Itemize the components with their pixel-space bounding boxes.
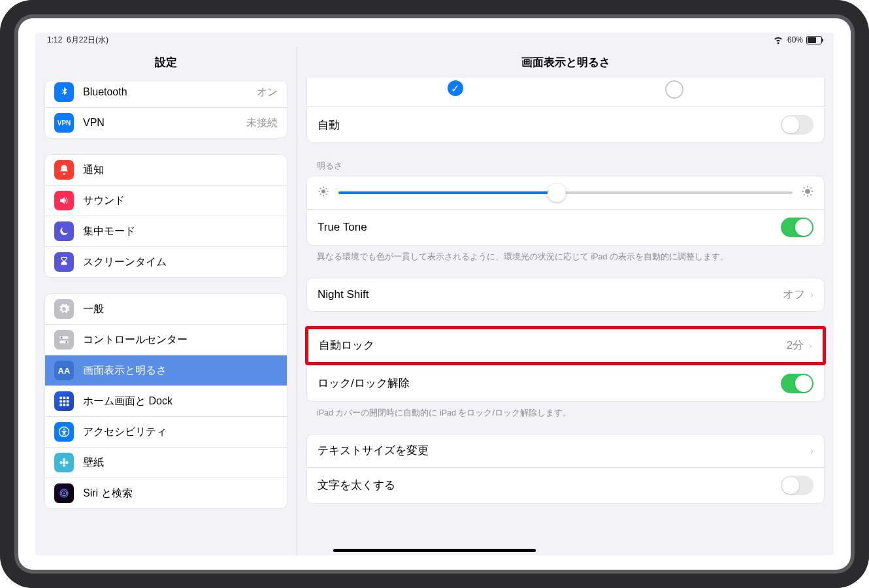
autolock-row[interactable]: 自動ロック 2分 › (308, 329, 823, 362)
svg-point-18 (59, 461, 63, 465)
sidebar-item-sounds[interactable]: サウンド (45, 186, 287, 216)
svg-rect-5 (63, 397, 66, 399)
sun-large-icon (802, 186, 813, 200)
bluetooth-value: オン (257, 86, 278, 99)
gear-icon (54, 299, 74, 319)
vpn-icon: VPN (54, 113, 74, 133)
vpn-value: 未接続 (246, 116, 278, 130)
status-bar: 1:12 6月22日(水) 60% (35, 33, 834, 47)
hourglass-icon (54, 252, 74, 272)
svg-point-3 (65, 341, 67, 343)
brightness-slider[interactable] (338, 191, 793, 194)
chevron-right-icon: › (810, 289, 813, 300)
lockunlock-toggle[interactable] (781, 374, 813, 393)
truetone-toggle[interactable] (781, 218, 813, 237)
textsize-icon: AA (54, 361, 74, 380)
highlight-autolock: 自動ロック 2分 › (305, 326, 826, 365)
status-date: 6月22日(水) (67, 35, 108, 44)
text-block: テキストサイズを変更 › 文字を太くする (306, 434, 825, 504)
boldtext-toggle[interactable] (781, 476, 813, 495)
chevron-right-icon: › (809, 340, 812, 351)
appearance-dark-toggle[interactable] (665, 80, 683, 99)
truetone-footer: 異なる環境でも色が一貫して表示されるように、環境光の状況に応じて iPad の表… (297, 246, 834, 263)
apps-grid-icon (54, 391, 74, 411)
svg-point-17 (63, 464, 66, 467)
svg-rect-6 (67, 397, 69, 399)
sidebar-item-bluetooth[interactable]: Bluetooth (83, 86, 257, 98)
svg-point-2 (61, 336, 63, 338)
sidebar-item-general[interactable]: 一般 (45, 294, 287, 325)
nightshift-block: Night Shift オフ › (306, 278, 825, 312)
boldtext-label: 文字を太くする (318, 478, 781, 493)
sidebar-item-wallpaper[interactable]: 壁紙 (45, 448, 287, 478)
truetone-label: True Tone (318, 221, 781, 234)
svg-point-15 (63, 461, 66, 465)
settings-sidebar: 設定 Bluetooth オン VPN VPN 未接続 通知 サウンド 集中モー… (35, 47, 297, 555)
sidebar-title: 設定 (35, 47, 297, 82)
svg-point-19 (65, 461, 69, 465)
sidebar-item-vpn[interactable]: VPN (83, 117, 246, 129)
home-indicator[interactable] (333, 549, 536, 552)
svg-rect-10 (59, 404, 62, 406)
battery-percentage: 60% (787, 35, 803, 44)
brightness-block: True Tone (306, 176, 825, 246)
accessibility-icon (54, 422, 74, 442)
svg-point-23 (321, 189, 325, 193)
sidebar-item-screentime[interactable]: スクリーンタイム (45, 247, 287, 277)
bluetooth-icon (54, 82, 74, 102)
svg-line-38 (811, 195, 812, 196)
svg-line-30 (320, 194, 321, 195)
speaker-icon (54, 191, 74, 210)
status-time: 1:12 (47, 35, 62, 44)
auto-appearance-toggle[interactable] (781, 115, 813, 135)
svg-point-14 (63, 429, 65, 431)
ipad-frame: 1:12 6月22日(水) 60% 設定 Bluetooth オン VPN VP… (0, 0, 869, 588)
svg-point-32 (805, 189, 810, 194)
svg-rect-7 (59, 400, 62, 403)
appearance-block: ✓ 自動 (306, 78, 825, 143)
textsize-row[interactable]: テキストサイズを変更 › (307, 434, 824, 468)
detail-pane: 画面表示と明るさ ✓ 自動 明るさ True Tone 異なる環境 (297, 47, 834, 555)
svg-line-39 (804, 195, 805, 196)
detail-title: 画面表示と明るさ (297, 47, 834, 78)
moon-icon (54, 221, 74, 241)
chevron-right-icon: › (810, 446, 813, 456)
sidebar-item-homescreen[interactable]: ホーム画面と Dock (45, 386, 287, 417)
nightshift-row[interactable]: Night Shift オフ › (307, 278, 824, 311)
flower-icon (54, 453, 74, 472)
lockunlock-block: ロック/ロック解除 (306, 365, 825, 402)
toggles-icon (54, 330, 74, 350)
svg-rect-11 (63, 404, 66, 406)
svg-line-37 (804, 188, 805, 189)
status-left: 1:12 6月22日(水) (47, 35, 108, 46)
sidebar-item-siri[interactable]: Siri と検索 (45, 478, 287, 508)
sidebar-item-notifications[interactable]: 通知 (45, 155, 287, 186)
sidebar-group-notifications: 通知 サウンド 集中モード スクリーンタイム (44, 154, 287, 278)
svg-rect-9 (67, 400, 69, 403)
appearance-light-toggle[interactable]: ✓ (448, 80, 463, 99)
sidebar-item-focus[interactable]: 集中モード (45, 216, 287, 247)
sidebar-item-controlcenter[interactable]: コントロールセンター (45, 325, 287, 355)
wifi-icon (772, 33, 784, 47)
lockunlock-footer: iPad カバーの開閉時に自動的に iPad をロック/ロック解除します。 (297, 402, 834, 419)
sidebar-item-accessibility[interactable]: アクセシビリティ (45, 417, 287, 448)
sidebar-group-connectivity: Bluetooth オン VPN VPN 未接続 (44, 82, 287, 139)
auto-appearance-label: 自動 (318, 118, 781, 133)
sun-small-icon (318, 186, 329, 200)
svg-rect-4 (59, 397, 62, 399)
svg-line-40 (811, 188, 812, 189)
brightness-header: 明るさ (297, 143, 834, 176)
lockunlock-label: ロック/ロック解除 (318, 376, 781, 391)
svg-line-29 (326, 194, 327, 195)
battery-icon (806, 36, 822, 44)
sidebar-group-general: 一般 コントロールセンター AA 画面表示と明るさ ホーム画面と Dock アク… (44, 293, 287, 509)
svg-rect-12 (67, 404, 69, 406)
svg-rect-8 (63, 400, 66, 403)
sidebar-item-display[interactable]: AA 画面表示と明るさ (45, 355, 287, 386)
svg-line-31 (326, 188, 327, 189)
status-right: 60% (772, 33, 822, 47)
svg-point-16 (63, 458, 66, 461)
svg-point-22 (63, 493, 65, 495)
bell-icon (54, 160, 74, 180)
siri-icon (54, 483, 74, 503)
